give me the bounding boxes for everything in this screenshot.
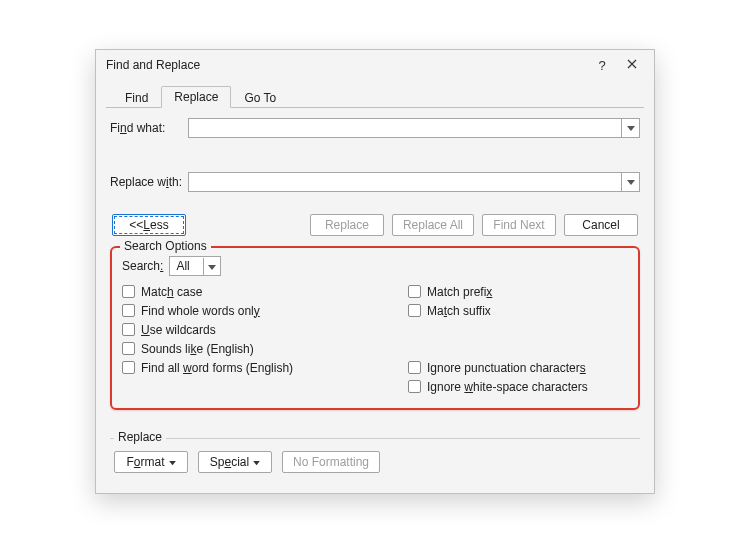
whole-words-label: Find whole words only: [141, 304, 260, 318]
whole-words-checkbox[interactable]: Find whole words only: [122, 301, 388, 320]
find-what-dropdown-button[interactable]: [621, 119, 639, 137]
dialog-title: Find and Replace: [106, 58, 586, 72]
no-formatting-button[interactable]: No Formatting: [282, 451, 380, 473]
help-button[interactable]: ?: [588, 53, 616, 77]
titlebar: Find and Replace ?: [96, 50, 654, 80]
tab-replace[interactable]: Replace: [161, 86, 231, 108]
checkbox-icon: [122, 361, 135, 374]
find-what-input[interactable]: [188, 118, 640, 138]
word-forms-label: Find all word forms (English): [141, 361, 293, 375]
help-icon: ?: [598, 58, 605, 73]
close-icon: [627, 58, 637, 72]
checkbox-icon: [408, 380, 421, 393]
less-button[interactable]: << Less: [112, 214, 186, 236]
chevron-down-icon: [208, 260, 216, 274]
ignore-whitespace-checkbox[interactable]: Ignore white-space characters: [408, 377, 628, 396]
use-wildcards-checkbox[interactable]: Use wildcards: [122, 320, 388, 339]
replace-format-legend: Replace: [114, 430, 166, 444]
chevron-down-icon: [627, 121, 635, 135]
chevron-down-icon: [253, 455, 260, 469]
checkbox-icon: [408, 304, 421, 317]
checkbox-icon: [122, 342, 135, 355]
search-direction-select[interactable]: All: [169, 256, 221, 276]
match-case-label: Match case: [141, 285, 202, 299]
tabstrip: Find Replace Go To: [106, 84, 644, 108]
tab-goto[interactable]: Go To: [231, 87, 289, 108]
replace-with-dropdown-button[interactable]: [621, 173, 639, 191]
cancel-button[interactable]: Cancel: [564, 214, 638, 236]
special-button[interactable]: Special: [198, 451, 272, 473]
replace-with-label: Replace with:: [110, 175, 188, 189]
checkbox-icon: [408, 285, 421, 298]
sounds-like-label: Sounds like (English): [141, 342, 254, 356]
replace-format-group: Replace Format Special No Formatting: [110, 438, 640, 477]
chevron-down-icon: [169, 455, 176, 469]
checkbox-icon: [122, 323, 135, 336]
search-options-legend: Search Options: [120, 239, 211, 253]
match-suffix-checkbox[interactable]: Match suffix: [408, 301, 628, 320]
tab-find[interactable]: Find: [112, 87, 161, 108]
close-button[interactable]: [618, 53, 646, 77]
ignore-whitespace-label: Ignore white-space characters: [427, 380, 588, 394]
replace-all-button[interactable]: Replace All: [392, 214, 474, 236]
find-replace-dialog: Find and Replace ? Find Replace Go To Fi…: [95, 49, 655, 494]
checkbox-icon: [408, 361, 421, 374]
find-what-label: Find what:: [110, 121, 188, 135]
word-forms-checkbox[interactable]: Find all word forms (English): [122, 358, 388, 377]
ignore-punctuation-label: Ignore punctuation characters: [427, 361, 586, 375]
replace-with-combo: [188, 172, 640, 192]
ignore-punctuation-checkbox[interactable]: Ignore punctuation characters: [408, 358, 628, 377]
replace-button[interactable]: Replace: [310, 214, 384, 236]
find-next-button[interactable]: Find Next: [482, 214, 556, 236]
checkbox-icon: [122, 304, 135, 317]
search-options-group: Search Options Search: All: [110, 246, 640, 410]
match-case-checkbox[interactable]: Match case: [122, 282, 388, 301]
format-button[interactable]: Format: [114, 451, 188, 473]
replace-with-input[interactable]: [188, 172, 640, 192]
search-direction-label: Search:: [122, 259, 163, 273]
use-wildcards-label: Use wildcards: [141, 323, 216, 337]
chevron-down-icon: [627, 175, 635, 189]
match-suffix-label: Match suffix: [427, 304, 491, 318]
search-direction-caret: [203, 258, 219, 276]
sounds-like-checkbox[interactable]: Sounds like (English): [122, 339, 388, 358]
checkbox-icon: [122, 285, 135, 298]
match-prefix-label: Match prefix: [427, 285, 492, 299]
find-what-combo: [188, 118, 640, 138]
match-prefix-checkbox[interactable]: Match prefix: [408, 282, 628, 301]
